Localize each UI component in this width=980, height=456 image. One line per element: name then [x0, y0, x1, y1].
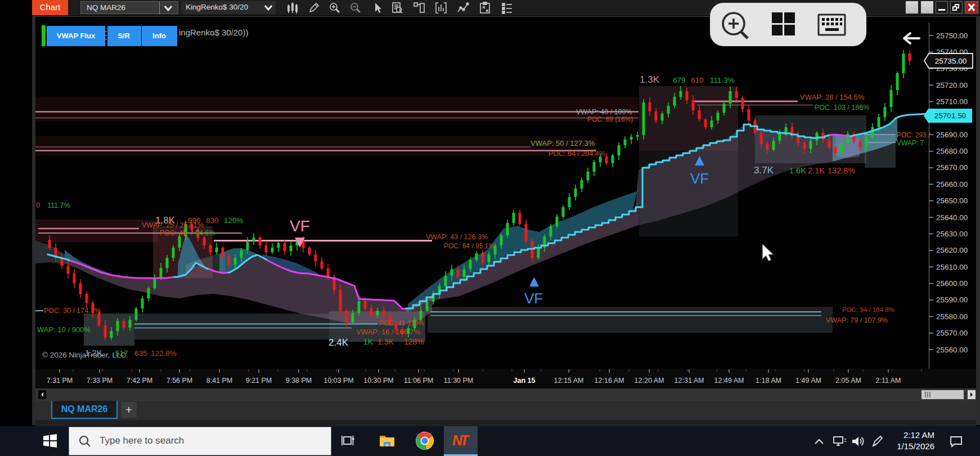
svg-text:VWAP: 16 / 166.7%: VWAP: 16 / 166.7%: [356, 328, 421, 336]
svg-text:1:49 AM: 1:49 AM: [795, 377, 821, 385]
svg-text:VF: VF: [690, 170, 709, 187]
svg-text:S/R: S/R: [118, 32, 130, 40]
svg-text:679: 679: [673, 76, 686, 84]
svg-text:/ 94.6%: / 94.6%: [191, 229, 215, 237]
svg-text:12:15 AM: 12:15 AM: [554, 377, 584, 385]
svg-text:POC: 293 /: POC: 293 /: [897, 131, 930, 139]
svg-text:119%: 119%: [407, 319, 424, 327]
svg-text:25560.00: 25560.00: [936, 346, 968, 354]
svg-text:1:18 AM: 1:18 AM: [756, 377, 781, 385]
svg-text:VWAP Flux: VWAP Flux: [57, 32, 96, 40]
svg-text:POC: 45: POC: 45: [160, 229, 187, 237]
svg-text:11:06 PM: 11:06 PM: [404, 377, 434, 385]
svg-text:POC: 64 / 95.1%: POC: 64 / 95.1%: [444, 242, 495, 250]
svg-text:25690.00: 25690.00: [936, 131, 968, 139]
svg-text:25750.00: 25750.00: [936, 32, 968, 40]
svg-text:1.3K: 1.3K: [377, 337, 394, 346]
svg-text:VWAP: 50 / 127.3%: VWAP: 50 / 127.3%: [531, 139, 595, 147]
svg-text:25710.00: 25710.00: [936, 97, 968, 106]
svg-text:25610.00: 25610.00: [936, 263, 968, 271]
svg-text:128%: 128%: [404, 337, 424, 346]
svg-text:POC: 30 / 174.7%: POC: 30 / 174.7%: [44, 307, 101, 315]
svg-text:0: 0: [36, 202, 40, 209]
svg-text:ingRenko$ 30/20)): ingRenko$ 30/20)): [179, 28, 248, 37]
svg-text:7:31 PM: 7:31 PM: [47, 377, 73, 385]
svg-text:25701.50: 25701.50: [934, 111, 966, 120]
svg-text:132.8%: 132.8%: [828, 166, 855, 175]
svg-text:8:41 PM: 8:41 PM: [206, 377, 233, 385]
svg-text:2:05 AM: 2:05 AM: [835, 377, 861, 385]
svg-text:VWAP: 43 / 126.3%: VWAP: 43 / 126.3%: [426, 233, 488, 241]
svg-text:9:38 PM: 9:38 PM: [286, 377, 312, 385]
svg-text:7:33 PM: 7:33 PM: [87, 377, 113, 385]
svg-text:1.2K: 1.2K: [85, 348, 102, 357]
svg-text:610: 610: [691, 76, 704, 84]
svg-text:830: 830: [206, 216, 219, 225]
svg-text:2.4K: 2.4K: [329, 337, 349, 348]
svg-text:VWAP: 7: VWAP: 7: [897, 139, 924, 147]
svg-text:25670.00: 25670.00: [936, 163, 968, 172]
svg-text:1.3K: 1.3K: [640, 74, 660, 85]
svg-text:12:31 AM: 12:31 AM: [675, 377, 704, 385]
svg-text:2:11 AM: 2:11 AM: [876, 377, 901, 385]
svg-text:12:49 AM: 12:49 AM: [714, 377, 744, 385]
svg-text:VWAP: 40 / 100%: VWAP: 40 / 100%: [576, 108, 632, 116]
svg-text:120%: 120%: [224, 216, 244, 225]
svg-text:25720.00: 25720.00: [936, 81, 968, 90]
svg-text:VF: VF: [524, 290, 543, 307]
svg-text:VWAP: 25 / 257.1%: VWAP: 25 / 257.1%: [142, 221, 204, 229]
svg-text:111.7%: 111.7%: [47, 202, 70, 209]
svg-text:12:16 AM: 12:16 AM: [595, 377, 624, 385]
svg-text:Jan 15: Jan 15: [514, 377, 536, 385]
svg-text:POC: 94 / 184.8%: POC: 94 / 184.8%: [842, 306, 894, 313]
svg-text:25680.00: 25680.00: [936, 147, 968, 155]
svg-text:635: 635: [134, 349, 147, 357]
svg-text:Info: Info: [152, 32, 166, 40]
svg-text:517: 517: [115, 349, 128, 357]
svg-text:25570.00: 25570.00: [936, 329, 968, 337]
svg-text:2.1K: 2.1K: [808, 166, 825, 175]
svg-text:POC: 64 / 204.4%: POC: 64 / 204.4%: [549, 150, 605, 158]
svg-text:25735.00: 25735.00: [935, 57, 966, 65]
svg-text:25660.00: 25660.00: [936, 180, 968, 189]
svg-text:10:30 PM: 10:30 PM: [363, 377, 394, 385]
svg-text:VWAP: 79 / 107.9%: VWAP: 79 / 107.9%: [826, 316, 888, 324]
svg-text:WAP: 10 / 900%: WAP: 10 / 900%: [37, 325, 91, 334]
svg-text:1.6K: 1.6K: [789, 166, 806, 175]
svg-text:25600.00: 25600.00: [936, 279, 968, 288]
svg-text:7:56 PM: 7:56 PM: [167, 377, 193, 385]
svg-text:25630.00: 25630.00: [936, 230, 968, 238]
svg-text:© 2026 NinjaTrader, LLC: © 2026 NinjaTrader, LLC: [42, 351, 126, 359]
svg-text:25620.00: 25620.00: [936, 246, 968, 254]
svg-text:1K: 1K: [363, 337, 374, 346]
svg-text:25650.00: 25650.00: [936, 196, 968, 205]
svg-text:122.8%: 122.8%: [151, 349, 177, 357]
svg-text:VWAP: 28 / 154.5%: VWAP: 28 / 154.5%: [800, 93, 865, 101]
svg-text:25590.00: 25590.00: [936, 296, 968, 304]
svg-text:10:03 PM: 10:03 PM: [323, 377, 354, 385]
svg-text:12:20 AM: 12:20 AM: [635, 377, 664, 385]
svg-text:POC: 89 (16%): POC: 89 (16%): [587, 115, 633, 123]
svg-text:7:42 PM: 7:42 PM: [127, 377, 153, 385]
svg-text:VF: VF: [290, 217, 310, 235]
svg-text:11:30 PM: 11:30 PM: [444, 377, 474, 385]
svg-text:25640.00: 25640.00: [936, 213, 968, 222]
svg-text:3.7K: 3.7K: [754, 165, 774, 176]
svg-text:POC: 103 / 186%: POC: 103 / 186%: [815, 104, 869, 111]
svg-text:25580.00: 25580.00: [936, 312, 968, 321]
svg-text:POC: 41: POC: 41: [379, 319, 405, 327]
svg-text:111.3%: 111.3%: [710, 76, 735, 84]
svg-text:9:21 PM: 9:21 PM: [246, 377, 272, 385]
